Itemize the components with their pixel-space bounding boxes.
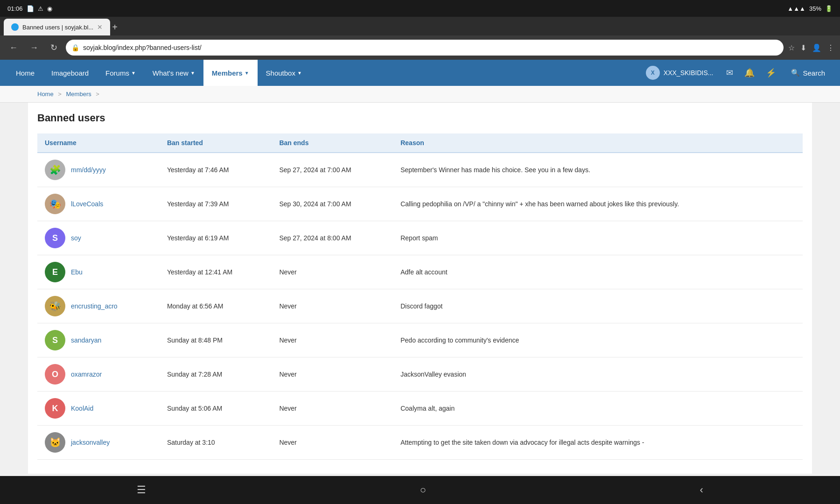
cell-reason: Report spam [393, 221, 803, 255]
cell-ban-ends: Never [272, 289, 393, 323]
cell-ban-ends: Never [272, 392, 393, 426]
cell-ban-started: Yesterday at 12:41 AM [160, 255, 272, 289]
user-cell: K KoolAid [45, 398, 152, 419]
address-bar[interactable]: 🔒 soyjak.blog/index.php?banned-users-lis… [66, 40, 784, 56]
user-link[interactable]: KoolAid [71, 405, 93, 412]
user-cell: S sandaryan [45, 330, 152, 350]
menu-button[interactable]: ⋮ [827, 43, 834, 52]
search-label: Search [803, 69, 825, 77]
cell-ban-started: Yesterday at 7:39 AM [160, 187, 272, 221]
reload-button[interactable]: ↻ [47, 41, 61, 55]
forums-dropdown-arrow: ▼ [131, 70, 136, 76]
cell-reason: September's Winner has made his choice. … [393, 153, 803, 187]
address-text: soyjak.blog/index.php?banned-users-list/ [83, 44, 778, 51]
bottom-nav: ☰ ○ ‹ [0, 476, 840, 504]
active-tab[interactable]: 🌐 Banned users | soyjak.bl... ✕ [4, 19, 110, 35]
bottom-home-button[interactable]: ○ [401, 480, 445, 500]
cell-ban-ends: Never [272, 426, 393, 460]
cell-reason: Adfe alt account [393, 255, 803, 289]
site-nav: Home Imageboard Forums ▼ What's new ▼ Me… [0, 60, 840, 86]
cell-username: O oxamrazor [37, 357, 160, 392]
star-button[interactable]: ☆ [788, 43, 795, 52]
cell-ban-ends: Never [272, 323, 393, 357]
status-bar-right: ▲▲▲ 35% 🔋 [787, 5, 833, 12]
user-link[interactable]: Ebu [71, 268, 83, 276]
nav-shoutbox[interactable]: Shoutbox ▼ [258, 60, 310, 86]
user-avatar: 🐝 [45, 296, 65, 316]
user-avatar: 🐱 [45, 432, 65, 453]
user-cell: S soy [45, 228, 152, 248]
download-button[interactable]: ⬇ [800, 43, 806, 52]
address-bar-row: ← → ↻ 🔒 soyjak.blog/index.php?banned-use… [0, 35, 840, 60]
new-tab-button[interactable]: + [112, 22, 118, 33]
status-bar-left: 01:06 📄 ⚠ ◉ [7, 5, 52, 12]
user-link[interactable]: mm/dd/yyyy [71, 166, 106, 174]
breadcrumb-members[interactable]: Members [66, 91, 91, 98]
battery-percent: 35% [809, 5, 821, 12]
back-button[interactable]: ← [6, 41, 21, 55]
user-link[interactable]: sandaryan [71, 336, 101, 344]
cell-reason: Discord faggot [393, 289, 803, 323]
cell-username: 🐝 encrusting_acro [37, 289, 160, 323]
cell-ban-started: Sunday at 8:48 PM [160, 323, 272, 357]
main-content: Banned users Username Ban started Ban en… [28, 103, 812, 474]
nav-whats-new[interactable]: What's new ▼ [144, 60, 203, 86]
bottom-back-button[interactable]: ‹ [681, 480, 721, 500]
cell-reason: JacksonValley evasion [393, 357, 803, 392]
user-link[interactable]: lLoveCoals [71, 200, 103, 208]
table-row: 🎭 lLoveCoals Yesterday at 7:39 AM Sep 30… [37, 187, 803, 221]
tab-title: Banned users | soyjak.bl... [22, 24, 93, 31]
table-row: E Ebu Yesterday at 12:41 AM Never Adfe a… [37, 255, 803, 289]
user-cell: 🐱 jacksonvalley [45, 432, 152, 453]
nav-home[interactable]: Home [7, 60, 43, 86]
nav-members[interactable]: Members ▼ [203, 60, 258, 86]
members-dropdown-arrow: ▼ [245, 70, 249, 76]
user-link[interactable]: oxamrazor [71, 371, 102, 378]
whats-new-dropdown-arrow: ▼ [190, 70, 195, 76]
bottom-menu-button[interactable]: ☰ [118, 480, 165, 500]
search-button[interactable]: 🔍 Search [784, 60, 833, 86]
tab-bar: 🌐 Banned users | soyjak.bl... ✕ + [0, 17, 840, 35]
cell-reason: Coalyma alt, again [393, 392, 803, 426]
cell-username: 🧩 mm/dd/yyyy [37, 153, 160, 187]
user-link[interactable]: soy [71, 234, 81, 242]
cell-reason: Calling pedophilia on /VP/ a "chinny win… [393, 187, 803, 221]
table-row: O oxamrazor Sunday at 7:28 AM Never Jack… [37, 357, 803, 392]
breadcrumb-home[interactable]: Home [37, 91, 54, 98]
tab-close-button[interactable]: ✕ [97, 23, 103, 31]
status-bar: 01:06 📄 ⚠ ◉ ▲▲▲ 35% 🔋 [0, 0, 840, 17]
cell-ban-ends: Sep 27, 2024 at 7:00 AM [272, 153, 393, 187]
lightning-icon[interactable]: ⚡ [762, 60, 780, 86]
cell-ban-started: Monday at 6:56 AM [160, 289, 272, 323]
cell-ban-started: Saturday at 3:10 [160, 426, 272, 460]
breadcrumb-sep-1: > [58, 91, 62, 98]
col-ban-started: Ban started [160, 133, 272, 153]
banned-users-table: Username Ban started Ban ends Reason 🧩 m… [37, 133, 803, 460]
cell-username: K KoolAid [37, 392, 160, 426]
cell-ban-started: Yesterday at 6:19 AM [160, 221, 272, 255]
search-icon: 🔍 [791, 69, 800, 77]
nav-right: X XXX_SKIBIDIS... ✉ 🔔 ⚡ 🔍 Search [640, 60, 833, 86]
table-body: 🧩 mm/dd/yyyy Yesterday at 7:46 AM Sep 27… [37, 153, 803, 460]
cell-username: S sandaryan [37, 323, 160, 357]
nav-forums[interactable]: Forums ▼ [97, 60, 144, 86]
forward-button[interactable]: → [26, 41, 42, 55]
table-header: Username Ban started Ban ends Reason [37, 133, 803, 153]
user-link[interactable]: jacksonvalley [71, 439, 110, 446]
profile-button[interactable]: 👤 [812, 43, 821, 52]
user-link[interactable]: encrusting_acro [71, 302, 118, 310]
col-username: Username [37, 133, 160, 153]
user-avatar: 🧩 [45, 160, 65, 180]
user-cell: 🧩 mm/dd/yyyy [45, 160, 152, 180]
bell-icon[interactable]: 🔔 [741, 60, 758, 86]
col-reason: Reason [393, 133, 803, 153]
nav-imageboard[interactable]: Imageboard [43, 60, 97, 86]
table-row: S soy Yesterday at 6:19 AM Sep 27, 2024 … [37, 221, 803, 255]
cell-ban-ends: Sep 30, 2024 at 7:00 AM [272, 187, 393, 221]
status-time: 01:06 [7, 5, 23, 12]
nav-user[interactable]: X XXX_SKIBIDIS... [640, 66, 719, 80]
user-avatar: O [45, 364, 65, 385]
user-cell: O oxamrazor [45, 364, 152, 385]
user-cell: 🐝 encrusting_acro [45, 296, 152, 316]
mail-icon[interactable]: ✉ [722, 60, 737, 86]
